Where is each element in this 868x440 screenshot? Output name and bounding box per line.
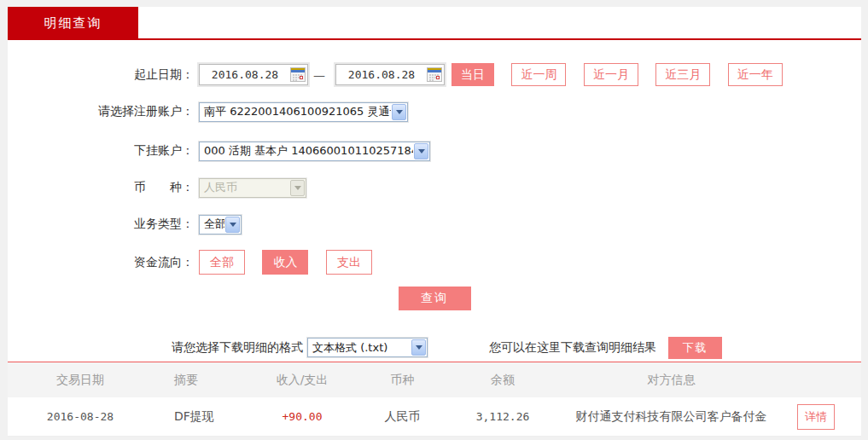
cell-summary: DF提现 bbox=[153, 409, 251, 425]
date-range-separator: — bbox=[313, 68, 325, 82]
header-counterparty: 对方信息 bbox=[554, 373, 789, 388]
download-format-value: 文本格式 (.txt) bbox=[308, 340, 411, 356]
end-date-input[interactable]: 2016.08.28 bbox=[335, 64, 445, 85]
chevron-down-icon[interactable] bbox=[392, 104, 406, 120]
fund-flow-all-button[interactable]: 全部 bbox=[199, 250, 245, 275]
cell-amount: +90.00 bbox=[251, 410, 353, 423]
calendar-icon[interactable] bbox=[290, 67, 306, 82]
query-form: 起止日期： 2016.08.28 — bbox=[8, 40, 861, 362]
cell-currency: 人民币 bbox=[353, 409, 451, 425]
quick-range-buttons: 当日 近一周 近一月 近三月 近一年 bbox=[445, 63, 783, 86]
quick-range-3months-button[interactable]: 近三月 bbox=[655, 63, 710, 86]
fund-flow-expense-button[interactable]: 支出 bbox=[326, 250, 372, 275]
currency-label: 币 种： bbox=[8, 180, 194, 195]
download-row: 请您选择下载明细的格式 文本格式 (.txt) 您可以在这里下载查询明细结果 下… bbox=[172, 336, 861, 359]
cell-transaction-date: 2016-08-28 bbox=[8, 410, 153, 423]
download-format-label: 请您选择下载明细的格式 bbox=[172, 340, 303, 356]
calendar-icon[interactable] bbox=[427, 67, 442, 82]
cell-balance: 3,112.26 bbox=[451, 410, 554, 423]
chevron-down-icon[interactable] bbox=[225, 217, 240, 233]
business-type-value: 全部 bbox=[200, 217, 224, 232]
header-summary: 摘要 bbox=[153, 373, 251, 388]
quick-range-month-button[interactable]: 近一月 bbox=[584, 63, 638, 86]
business-type-label: 业务类型： bbox=[8, 217, 194, 232]
end-date-value[interactable]: 2016.08.28 bbox=[336, 68, 427, 81]
business-type-row: 业务类型： 全部 bbox=[8, 214, 861, 234]
sub-account-value: 000 活期 基本户 1406600101102571848 bbox=[200, 143, 413, 159]
chevron-down-icon[interactable] bbox=[414, 143, 428, 159]
cell-action: 详情 bbox=[789, 404, 861, 430]
download-hint: 您可以在这里下载查询明细结果 bbox=[489, 340, 656, 356]
header-balance: 余额 bbox=[451, 373, 554, 388]
date-range-row: 起止日期： 2016.08.28 — bbox=[8, 62, 861, 87]
chevron-down-icon[interactable] bbox=[411, 339, 426, 356]
query-button[interactable]: 查询 bbox=[399, 287, 471, 310]
fund-flow-label: 资金流向： bbox=[8, 255, 194, 270]
start-date-value[interactable]: 2016.08.28 bbox=[200, 68, 290, 81]
query-button-row: 查询 bbox=[8, 287, 861, 310]
tab-strip: 明细查询 bbox=[8, 7, 861, 40]
header-income-expense: 收入/支出 bbox=[251, 373, 353, 388]
registered-account-label: 请选择注册账户： bbox=[8, 104, 194, 119]
main-panel: 明细查询 起止日期： 2016.08.28 bbox=[8, 7, 861, 362]
table-row: 2016-08-28 DF提现 +90.00 人民币 3,112.26 财付通支… bbox=[8, 397, 861, 437]
top-margin bbox=[0, 0, 868, 7]
fund-flow-buttons: 全部 收入 支出 bbox=[194, 250, 372, 275]
detail-button[interactable]: 详情 bbox=[797, 404, 835, 430]
business-type-select[interactable]: 全部 bbox=[199, 215, 242, 234]
sub-account-row: 下挂账户： 000 活期 基本户 1406600101102571848 bbox=[8, 141, 861, 161]
quick-range-year-button[interactable]: 近一年 bbox=[728, 63, 783, 86]
header-currency: 币种 bbox=[353, 373, 451, 388]
fund-flow-income-button[interactable]: 收入 bbox=[262, 250, 308, 275]
sub-account-label: 下挂账户： bbox=[8, 143, 194, 159]
chevron-down-icon bbox=[290, 180, 305, 196]
quick-range-week-button[interactable]: 近一周 bbox=[511, 63, 566, 86]
results-table-header: 交易日期 摘要 收入/支出 币种 余额 对方信息 bbox=[8, 362, 861, 397]
tab-detail-query[interactable]: 明细查询 bbox=[8, 7, 138, 40]
detail-query-page: 明细查询 起止日期： 2016.08.28 bbox=[0, 0, 868, 440]
date-range-label: 起止日期： bbox=[8, 67, 194, 83]
download-format-select[interactable]: 文本格式 (.txt) bbox=[307, 338, 428, 357]
cell-counterparty: 财付通支付科技有限公司客户备付金 bbox=[554, 409, 789, 425]
currency-select: 人民币 bbox=[199, 178, 306, 198]
registered-account-row: 请选择注册账户： 南平 6222001406100921065 灵通卡 bbox=[8, 101, 861, 122]
quick-range-today-button[interactable]: 当日 bbox=[451, 63, 494, 86]
currency-row: 币 种： 人民币 bbox=[8, 177, 861, 198]
registered-account-value: 南平 6222001406100921065 灵通卡 bbox=[200, 104, 391, 119]
registered-account-select[interactable]: 南平 6222001406100921065 灵通卡 bbox=[199, 102, 408, 122]
header-transaction-date: 交易日期 bbox=[8, 373, 153, 388]
currency-value: 人民币 bbox=[200, 180, 289, 195]
sub-account-select[interactable]: 000 活期 基本户 1406600101102571848 bbox=[199, 142, 430, 161]
start-date-input[interactable]: 2016.08.28 bbox=[199, 64, 308, 85]
download-button[interactable]: 下载 bbox=[668, 337, 722, 359]
fund-flow-row: 资金流向： 全部 收入 支出 bbox=[8, 249, 861, 275]
